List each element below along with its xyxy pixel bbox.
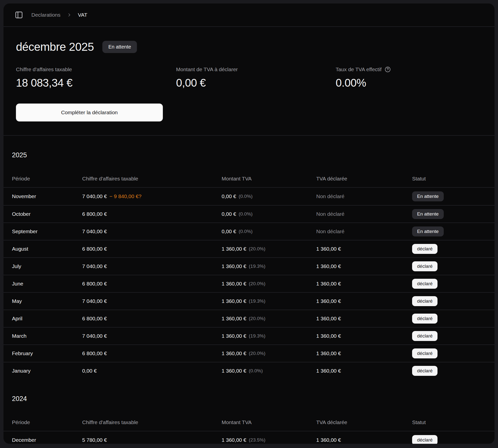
year-section-2025: 2025PériodeChiffre d'affaires taxableMon… <box>3 151 495 379</box>
vat-rate: (20.0%) <box>249 281 265 286</box>
stat-label: Chiffre d'affaires taxable <box>16 66 176 73</box>
taxable-revenue-cell: 6 800,00 € <box>82 350 222 356</box>
period-cell: September <box>12 228 82 234</box>
vat-amount: 1 360,00 € <box>222 316 246 322</box>
period-cell: March <box>12 333 82 339</box>
taxable-amount: 6 800,00 € <box>82 281 107 287</box>
declarations-table: PériodeChiffre d'affaires taxableMontant… <box>3 170 495 379</box>
breadcrumb-item-vat[interactable]: VAT <box>78 12 87 18</box>
vat-amount: 1 360,00 € <box>222 350 246 356</box>
panel-left-icon <box>15 11 23 19</box>
complete-declaration-button[interactable]: Compléter la déclaration <box>16 104 163 121</box>
declaration-row-july[interactable]: July7 040,00 €1 360,00 €(19.3%)1 360,00 … <box>3 257 495 275</box>
column-header: Période <box>12 176 82 182</box>
vat-amount-cell: 1 360,00 €(20.0%) <box>222 281 316 287</box>
declaration-row-june[interactable]: June6 800,00 €1 360,00 €(20.0%)1 360,00 … <box>3 275 495 292</box>
declared-vat-cell: 1 360,00 € <box>316 298 412 304</box>
vat-amount-cell: 1 360,00 €(0.0%) <box>222 368 316 374</box>
status-cell: déclaré <box>412 366 495 376</box>
period-cell: June <box>12 281 82 287</box>
taxable-revenue-cell: 7 040,00 € <box>82 228 222 234</box>
stat-effective-vat-rate: Taux de TVA effectif 0.00% <box>336 66 482 89</box>
status-badge: déclaré <box>412 366 437 376</box>
page-title: décembre 2025 <box>16 40 94 54</box>
declaration-overview: décembre 2025 En attente Chiffre d'affai… <box>3 27 495 136</box>
declaration-row-december[interactable]: December5 780,00 €1 360,00 €(23.5%)1 360… <box>3 431 495 444</box>
breadcrumb-bar: Declarations VAT <box>3 3 495 27</box>
year-heading: 2024 <box>12 395 495 403</box>
taxable-amount: 7 040,00 € <box>82 193 107 199</box>
declaration-row-january[interactable]: January0,00 €1 360,00 €(0.0%)1 360,00 €d… <box>3 362 495 379</box>
vat-amount: 1 360,00 € <box>222 437 246 443</box>
declaration-row-september[interactable]: September7 040,00 €0,00 €(0.0%)Non décla… <box>3 223 495 240</box>
status-badge: déclaré <box>412 331 437 341</box>
period-cell: January <box>12 368 82 374</box>
taxable-revenue-cell: 0,00 € <box>82 368 222 374</box>
vat-amount: 1 360,00 € <box>222 333 246 339</box>
vat-amount-cell: 1 360,00 €(19.3%) <box>222 263 316 269</box>
vat-amount-cell: 0,00 €(0.0%) <box>222 193 316 199</box>
taxable-amount: 6 800,00 € <box>82 211 107 217</box>
declared-vat-cell: 1 360,00 € <box>316 246 412 252</box>
header-status-badge: En attente <box>102 41 137 53</box>
help-icon[interactable] <box>384 66 391 73</box>
vat-amount-cell: 1 360,00 €(20.0%) <box>222 350 316 356</box>
period-cell: November <box>12 193 82 199</box>
vat-amount-cell: 1 360,00 €(19.3%) <box>222 333 316 339</box>
vat-amount-cell: 0,00 €(0.0%) <box>222 211 316 217</box>
declaration-row-october[interactable]: October6 800,00 €0,00 €(0.0%)Non déclaré… <box>3 205 495 223</box>
vat-rate: (20.0%) <box>249 351 265 356</box>
taxable-revenue-cell: 6 800,00 € <box>82 246 222 252</box>
declaration-row-april[interactable]: April6 800,00 €1 360,00 €(20.0%)1 360,00… <box>3 310 495 327</box>
column-header: Montant TVA <box>222 176 316 182</box>
sidebar-toggle-button[interactable] <box>14 10 24 20</box>
status-badge: déclaré <box>412 244 437 254</box>
status-badge: déclaré <box>412 261 437 271</box>
table-header-row: PériodeChiffre d'affaires taxableMontant… <box>3 170 495 188</box>
declaration-row-august[interactable]: August6 800,00 €1 360,00 €(20.0%)1 360,0… <box>3 240 495 257</box>
status-cell: déclaré <box>412 244 495 254</box>
taxable-amount: 7 040,00 € <box>82 263 107 269</box>
taxable-amount: 6 800,00 € <box>82 350 107 356</box>
taxable-amount: 7 040,00 € <box>82 298 107 304</box>
taxable-amount: 0,00 € <box>82 368 97 374</box>
period-cell: October <box>12 211 82 217</box>
vat-rate: (0.0%) <box>239 211 252 217</box>
taxable-amount: 6 800,00 € <box>82 246 107 252</box>
declared-vat-cell: 1 360,00 € <box>316 263 412 269</box>
declaration-row-march[interactable]: March7 040,00 €1 360,00 €(19.3%)1 360,00… <box>3 327 495 344</box>
status-cell: déclaré <box>412 279 495 289</box>
status-badge: En attente <box>412 209 444 219</box>
declared-vat-cell: 1 360,00 € <box>316 281 412 287</box>
vat-amount-cell: 1 360,00 €(20.0%) <box>222 246 316 252</box>
declaration-row-february[interactable]: February6 800,00 €1 360,00 €(20.0%)1 360… <box>3 344 495 362</box>
column-header: Statut <box>412 176 495 182</box>
taxable-revenue-cell: 6 800,00 € <box>82 211 222 217</box>
status-cell: En attente <box>412 209 495 219</box>
column-header: Montant TVA <box>222 419 316 425</box>
period-cell: December <box>12 437 82 443</box>
stat-vat-to-declare: Montant de TVA à déclarer 0,00 € <box>176 66 336 89</box>
column-header: Période <box>12 419 82 425</box>
year-sections: 2025PériodeChiffre d'affaires taxableMon… <box>3 151 495 444</box>
declaration-row-november[interactable]: November7 040,00 €− 9 840,00 €?0,00 €(0.… <box>3 188 495 205</box>
period-cell: August <box>12 246 82 252</box>
vat-rate: (0.0%) <box>239 229 252 234</box>
vat-amount: 1 360,00 € <box>222 246 246 252</box>
declaration-row-may[interactable]: May7 040,00 €1 360,00 €(19.3%)1 360,00 €… <box>3 292 495 310</box>
stats-row: Chiffre d'affaires taxable 18 083,34 € M… <box>16 66 482 89</box>
breadcrumb: Declarations VAT <box>31 12 87 18</box>
declared-vat-cell: Non déclaré <box>316 193 412 199</box>
status-badge: déclaré <box>412 279 437 289</box>
status-cell: déclaré <box>412 435 495 444</box>
status-badge: déclaré <box>412 296 437 306</box>
stat-taxable-revenue: Chiffre d'affaires taxable 18 083,34 € <box>16 66 176 89</box>
taxable-revenue-cell: 7 040,00 € <box>82 333 222 339</box>
vat-amount-cell: 1 360,00 €(19.3%) <box>222 298 316 304</box>
taxable-revenue-cell: 7 040,00 € <box>82 298 222 304</box>
status-cell: déclaré <box>412 261 495 271</box>
vat-amount: 0,00 € <box>222 193 236 199</box>
vat-amount-cell: 1 360,00 €(23.5%) <box>222 437 316 443</box>
vat-rate: (0.0%) <box>249 368 263 374</box>
breadcrumb-item-declarations[interactable]: Declarations <box>31 12 61 18</box>
